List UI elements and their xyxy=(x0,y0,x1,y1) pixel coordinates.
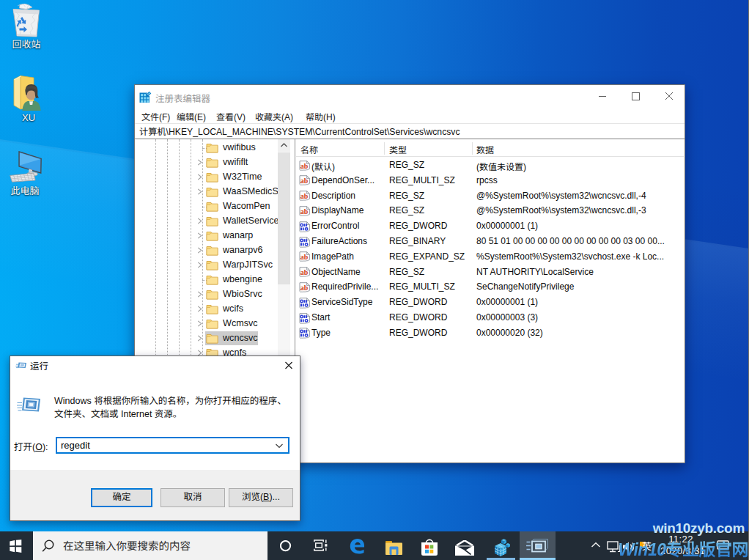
svg-text:ab: ab xyxy=(300,283,309,291)
svg-text:ab: ab xyxy=(300,253,309,261)
svg-text:ab: ab xyxy=(300,177,309,185)
svg-text:ab: ab xyxy=(300,161,309,169)
svg-text:ab: ab xyxy=(300,268,309,276)
svg-text:ab: ab xyxy=(300,207,309,215)
svg-text:ab: ab xyxy=(300,192,309,200)
